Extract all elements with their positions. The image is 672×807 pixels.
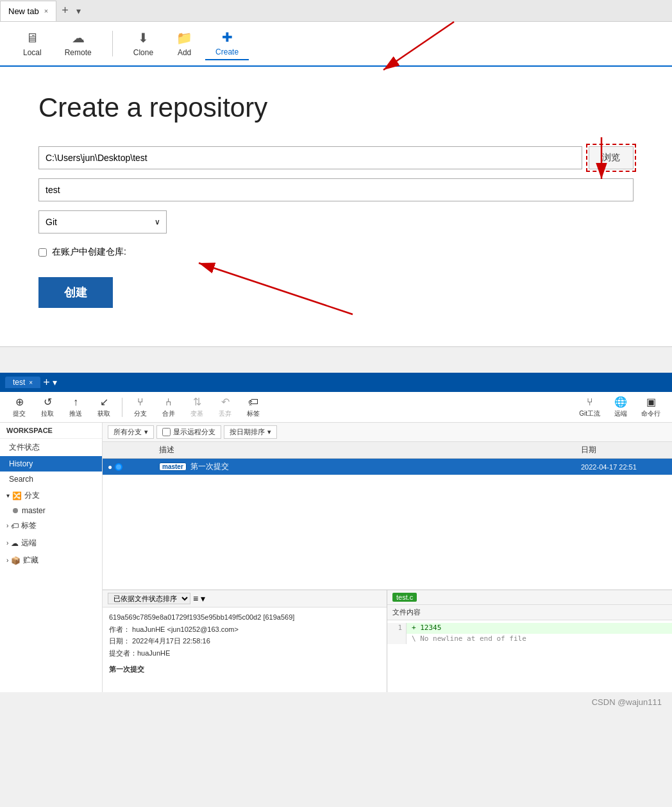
tab-close-btn[interactable]: × [44,7,48,15]
watermark-text: CSDN @wajun111 [592,697,662,707]
stash-section[interactable]: › 📦 贮藏 [0,552,102,569]
file-panel-header: test.c [387,590,672,605]
name-row [38,178,634,201]
file-name-badge: test.c [392,593,417,602]
new-tab-btn[interactable]: + [43,376,50,389]
remote-section[interactable]: › ☁ 远端 [0,534,102,552]
pull-btn[interactable]: ↺ 拉取 [35,395,60,420]
fetch-btn[interactable]: ↙ 获取 [91,395,117,420]
commit-committer: 提交者：huaJunHE [109,647,380,659]
create-form-area: Create a repository 浏览 Git Mercurial 在账户… [0,67,672,346]
sort-date-dropdown: ▾ [267,428,271,436]
push-btn[interactable]: ↑ 推送 [63,395,88,420]
detail-view-toggle[interactable]: ≡ [193,593,198,604]
stash-arrow: › [6,557,8,564]
commit-date-cell: 2022-04-17 22:51 [576,461,672,473]
search-item[interactable]: Search [0,471,102,487]
history-item[interactable]: History [0,456,102,471]
local-btn[interactable]: 🖥 Local [13,28,52,60]
discard-icon: ↶ [221,396,230,408]
create-account-checkbox[interactable] [38,248,47,257]
remote-tool-label: 远端 [614,409,627,418]
clone-btn[interactable]: ⬇ Clone [123,28,164,60]
repo-type-select[interactable]: Git Mercurial [38,210,167,234]
branches-section[interactable]: ▾ 🔀 分支 [0,487,102,504]
col-date: 日期 [576,442,672,458]
tag-label: 标签 [247,409,260,418]
fetch-label: 获取 [97,409,110,418]
local-icon: 🖥 [26,31,38,46]
show-remote-check [162,428,171,436]
branches-label: 🔀 [12,491,22,500]
tags-section[interactable]: › 🏷 标签 [0,517,102,534]
diff-content: 1 + 12345 \ No newline at end of file [387,620,672,647]
browser-tab[interactable]: New tab × [0,1,56,21]
browse-button[interactable]: 浏览 [589,146,634,169]
tags-icon: 🏷 [11,522,19,531]
type-select-wrapper: Git Mercurial [38,210,167,234]
create-repo-button[interactable]: 创建 [38,277,113,308]
detail-view-dropdown[interactable]: ▾ [201,593,205,604]
all-branches-label: 所有分支 [113,427,142,437]
commit-hash: 619a569c7859e8a01729f1935e95bb149f5c00d2… [109,611,380,624]
pull-icon: ↺ [44,396,52,408]
tab-dropdown-btn[interactable]: ▾ [74,6,83,16]
pull-label: 拉取 [41,409,54,418]
discard-label: 丢弃 [219,409,231,418]
rebase-icon: ⇅ [193,396,201,408]
tag-icon: 🏷 [248,396,258,408]
create-account-row: 在账户中创建仓库: [38,246,634,258]
git-flow-btn[interactable]: ⑂ Git工流 [574,395,605,420]
tag-btn[interactable]: 🏷 标签 [240,395,266,420]
col-graph [103,442,154,458]
show-remote-filter[interactable]: 显示远程分支 [156,425,221,439]
git-flow-label: Git工流 [579,409,600,418]
clone-icon: ⬇ [138,30,149,46]
show-remote-label: 显示远程分支 [173,427,215,437]
bottom-panels: 已依据文件状态排序 ≡ ▾ 619a569c7859e8a01729f1935e… [103,590,672,692]
repo-tab-label: test [13,378,25,387]
tab-options-btn[interactable]: ▾ [53,377,57,387]
create-icon: ✚ [222,30,233,45]
section-spacer [0,347,672,373]
create-btn[interactable]: ✚ Create [205,27,249,60]
fetch-icon: ↙ [100,396,108,408]
branch-badge: master [159,463,187,471]
file-sort-select[interactable]: 已依据文件状态排序 [108,593,190,604]
remote-icon: ☁ [72,30,85,46]
graph-circle [115,463,122,471]
path-row: 浏览 [38,146,634,169]
create-btn-arrow-annotation [180,231,372,327]
type-row: Git Mercurial [38,210,634,234]
remote-label: 远端 [21,538,37,548]
discard-btn[interactable]: ↶ 丢弃 [212,395,238,420]
path-input[interactable] [38,146,582,169]
branch-label: 分支 [134,409,147,418]
tab-label: New tab [8,6,39,16]
commit-btn[interactable]: ⊕ 提交 [6,395,32,420]
diff-line-2: \ No newline at end of file [387,634,672,645]
stash-icon: 📦 [11,556,21,565]
commit-row[interactable]: ● master 第一次提交 2022-04-17 22:51 [103,459,672,475]
toolbar-local-remote-group: 🖥 Local ☁ Remote [13,28,102,60]
rebase-btn[interactable]: ⇅ 变基 [184,395,210,420]
graph-node: ● [108,463,112,471]
master-branch-item[interactable]: master [0,504,102,517]
file-status-item[interactable]: 文件状态 [0,439,102,456]
merge-btn[interactable]: ⑃ 合并 [156,395,181,420]
tab-bar: New tab × + ▾ [0,0,672,22]
repo-name-input[interactable] [38,178,634,201]
repo-tab-close[interactable]: × [29,379,33,386]
diff-line-content-1: + 12345 [407,623,672,634]
remote-btn[interactable]: ☁ Remote [55,28,102,60]
all-branches-filter[interactable]: 所有分支 ▾ [108,425,154,439]
remote-tool-btn[interactable]: 🌐 远端 [608,395,634,420]
tab-new-btn[interactable]: + [56,4,74,17]
git-sidebar: WORKSPACE 文件状态 History Search ▾ 🔀 分支 mas… [0,423,103,692]
add-btn[interactable]: 📁 Add [166,28,203,60]
sort-date-filter[interactable]: 按日期排序 ▾ [224,425,277,439]
branch-btn[interactable]: ⑂ 分支 [128,395,153,420]
commit-graph-cell: ● [103,460,154,474]
terminal-btn[interactable]: ▣ 命令行 [636,395,666,420]
repo-tab[interactable]: test × [5,377,40,388]
